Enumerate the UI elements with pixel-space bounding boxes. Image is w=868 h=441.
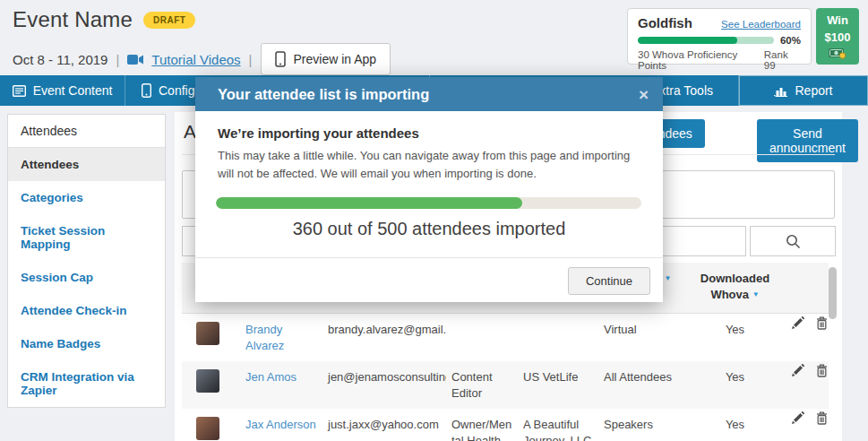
attendee-company: US VetLife [518, 361, 598, 409]
attendee-company [518, 314, 598, 361]
bar-chart-icon [774, 85, 787, 97]
separator: | [249, 52, 253, 67]
attendee-category: Virtual [598, 314, 683, 361]
attendee-name-link[interactable]: Jen Amos [245, 370, 296, 384]
proficiency-progress-bar [638, 37, 774, 44]
delete-icon[interactable] [816, 411, 828, 425]
search-button[interactable] [750, 226, 836, 256]
edit-icon[interactable] [792, 364, 804, 376]
sidebar-item-ticket-session-mapping[interactable]: Ticket Session Mapping [8, 214, 165, 261]
attendee-category: Speakers [598, 409, 683, 441]
proficiency-progress-fill [638, 37, 737, 44]
header-downloaded-whova[interactable]: Downloaded Whova ▼ [683, 263, 786, 313]
win-label-line1: Win [827, 13, 848, 28]
proficiency-level: Goldfish [638, 15, 692, 30]
tab-report-label: Report [795, 83, 832, 98]
phone-icon [142, 83, 151, 98]
see-leaderboard-link[interactable]: See Leaderboard [721, 19, 801, 30]
attendee-email: jen@jenamosconsulting... [322, 361, 446, 409]
attendee-downloaded: Yes [683, 361, 786, 409]
avatar [196, 369, 219, 393]
scrollbar-thumb[interactable] [829, 267, 837, 319]
money-icon [829, 47, 847, 59]
table-scrollbar[interactable] [829, 263, 837, 441]
attendees-sidebar: Attendees Attendees Categories Ticket Se… [7, 114, 166, 408]
preview-in-app-button[interactable]: Preview in App [261, 43, 391, 75]
header-actions [786, 263, 829, 313]
attendee-title: Content Editor [446, 361, 518, 409]
event-date-range: Oct 8 - 11, 2019 [13, 52, 107, 67]
sidebar-item-categories[interactable]: Categories [8, 181, 165, 214]
separator: | [116, 52, 119, 67]
attendee-category: All Attendees [598, 361, 683, 409]
attendee-name-link[interactable]: Jax Anderson [245, 418, 316, 431]
import-progress-bar [216, 197, 641, 209]
attendee-company: A Beautiful Journey, LLC [518, 409, 598, 441]
win-prize-button[interactable]: Win $100 [816, 8, 859, 65]
continue-button[interactable]: Continue [568, 267, 650, 295]
tutorial-videos-link[interactable]: Tutorial Videos [151, 52, 240, 67]
content-list-icon [13, 85, 26, 97]
proficiency-percent: 60% [780, 35, 801, 46]
delete-icon[interactable] [816, 316, 828, 330]
attendee-email: just.jaxx@yahoo.com [322, 409, 446, 441]
sort-icon: ▼ [752, 290, 760, 298]
modal-footer: Continue [195, 257, 663, 302]
sidebar-section-header: Attendees [8, 115, 165, 148]
avatar [196, 417, 219, 440]
proficiency-points: 30 Whova Proficiency Points [638, 49, 764, 71]
sidebar-item-name-badges[interactable]: Name Badges [8, 327, 165, 360]
close-icon[interactable]: × [639, 86, 649, 103]
attendee-title [446, 314, 518, 361]
whova-dashboard: Event Name DRAFT Oct 8 - 11, 2019 | Tuto… [0, 0, 868, 441]
edit-icon[interactable] [792, 316, 804, 329]
proficiency-widget: Goldfish See Leaderboard 60% 30 Whova Pr… [627, 8, 812, 65]
sidebar-item-attendee-check-in[interactable]: Attendee Check-in [8, 294, 165, 327]
attendee-downloaded: Yes [683, 409, 786, 441]
attendee-name-link[interactable]: Brandy Alvarez [245, 323, 284, 352]
preview-in-app-label: Preview in App [294, 52, 377, 66]
tab-report[interactable]: Report [739, 75, 868, 106]
avatar [196, 322, 219, 345]
draft-status-badge: DRAFT [143, 12, 195, 29]
sidebar-item-session-cap[interactable]: Session Cap [8, 261, 165, 294]
attendee-downloaded: Yes [683, 314, 786, 361]
modal-header: Your attendee list is importing × [195, 77, 663, 111]
import-progress-modal: Your attendee list is importing × We’re … [195, 77, 663, 302]
sort-icon: ▼ [665, 274, 672, 282]
delete-icon[interactable] [816, 364, 828, 377]
send-announcement-button[interactable]: Send announcment [757, 119, 858, 162]
attendee-title: Owner/Mental Health Therapist [446, 409, 518, 441]
win-label-line2: $100 [825, 30, 851, 45]
search-icon [786, 234, 801, 249]
proficiency-rank: Rank 99 [764, 49, 801, 71]
edit-icon[interactable] [792, 411, 804, 424]
table-row: Jax Anderson just.jaxx@yahoo.com Owner/M… [182, 409, 829, 441]
event-name: Event Name [13, 7, 133, 32]
sidebar-item-attendees[interactable]: Attendees [8, 148, 165, 181]
phone-icon [275, 51, 286, 67]
top-header: Event Name DRAFT Oct 8 - 11, 2019 | Tuto… [0, 0, 868, 75]
sidebar-item-crm-integration[interactable]: CRM Integration via Zapier [8, 360, 165, 407]
video-camera-icon [127, 54, 143, 65]
modal-body: We’re importing your attendees This may … [195, 111, 663, 182]
import-count-label: 360 out of 500 attendees imported [195, 219, 663, 239]
import-progress-fill [216, 197, 522, 209]
table-row: Brandy Alvarez brandy.alvarez@gmail.c...… [182, 314, 829, 361]
tab-event-content[interactable]: Event Content [0, 75, 125, 106]
attendee-email: brandy.alvarez@gmail.c... [322, 314, 446, 361]
modal-description: This may take a little while. You can na… [218, 147, 640, 182]
modal-title: Your attendee list is importing [218, 86, 639, 103]
modal-subtitle: We’re importing your attendees [218, 125, 640, 141]
tab-event-content-label: Event Content [33, 83, 113, 98]
table-row: Jen Amos jen@jenamosconsulting... Conten… [182, 361, 829, 409]
